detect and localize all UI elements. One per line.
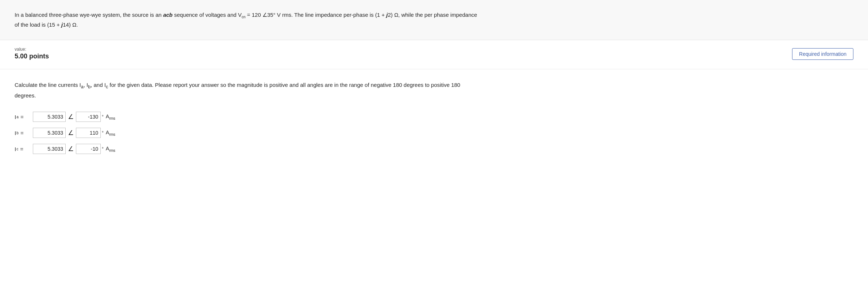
acb-text: acb	[163, 12, 173, 18]
current-row-ia: Ia = 5.3033 ∠ -130 ° Arms	[15, 110, 853, 123]
points-block: value: 5.00 points	[15, 47, 49, 60]
ia-angle-symbol: ∠	[68, 113, 74, 120]
ib-label: Ib =	[15, 130, 33, 136]
ic-label: Ic =	[15, 146, 33, 152]
ia-angle-field[interactable]: -130	[76, 112, 101, 122]
ib-unit: Arms	[106, 130, 115, 136]
value-points: 5.00 points	[15, 53, 49, 60]
ic-subscript: c	[16, 147, 18, 151]
ia-unit: Arms	[106, 113, 115, 120]
ic-angle-field[interactable]: -10	[76, 144, 101, 154]
current-row-ic: Ic = 5.3033 ∠ -10 ° Arms	[15, 142, 853, 155]
current-row-ib: Ib = 5.3033 ∠ 110 ° Arms	[15, 126, 853, 139]
ia-unit-sub: rms	[109, 116, 115, 120]
ic-angle-symbol: ∠	[68, 146, 74, 152]
ib-magnitude-field[interactable]: 5.3033	[33, 128, 66, 138]
ib-unit-sub: rms	[109, 132, 115, 136]
question-section: Calculate the line currents Ia, Ib, and …	[0, 69, 868, 167]
ic-unit: Arms	[106, 146, 115, 153]
ia-subscript: a	[16, 115, 19, 119]
ic-magnitude-field[interactable]: 5.3033	[33, 144, 66, 154]
currents-table: Ia = 5.3033 ∠ -130 ° Arms Ib = 5.3033 ∠ …	[15, 110, 853, 155]
problem-section: In a balanced three-phase wye-wye system…	[0, 0, 868, 40]
ib-angle-symbol: ∠	[68, 130, 74, 136]
ia-degree-symbol: °	[102, 114, 104, 119]
question-text: Calculate the line currents Ia, Ib, and …	[15, 80, 853, 100]
ib-subscript: b	[16, 131, 19, 135]
required-info-button[interactable]: Required information	[792, 48, 853, 60]
value-section: value: 5.00 points Required information	[0, 40, 868, 69]
j2-italic: j	[386, 12, 388, 18]
ic-unit-sub: rms	[109, 149, 115, 153]
ib-sub-q: b	[88, 84, 91, 89]
vcn-sub: cn	[242, 15, 246, 19]
page-container: In a balanced three-phase wye-wye system…	[0, 0, 868, 281]
ic-sub-q: c	[106, 84, 108, 89]
ib-angle-field[interactable]: 110	[76, 128, 101, 138]
ia-label: Ia =	[15, 114, 33, 120]
problem-text: In a balanced three-phase wye-wye system…	[15, 10, 853, 30]
ic-degree-symbol: °	[102, 146, 104, 151]
value-label: value:	[15, 47, 49, 52]
j14-italic: j	[61, 22, 63, 28]
ia-magnitude-field[interactable]: 5.3033	[33, 112, 66, 122]
ia-sub-q: a	[81, 84, 84, 89]
ib-degree-symbol: °	[102, 130, 104, 135]
